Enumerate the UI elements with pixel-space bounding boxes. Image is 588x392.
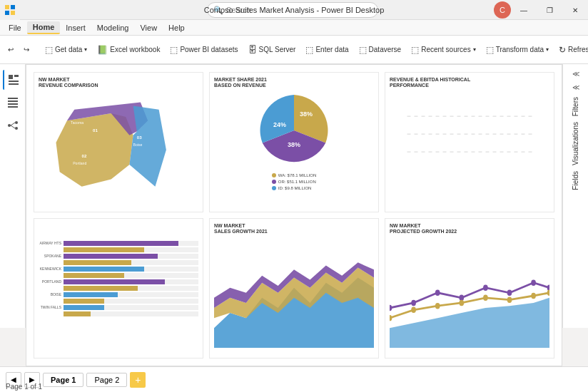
pie-title: MARKET SHARE 2021 BASED ON REVENUE (214, 77, 374, 89)
svg-rect-8 (8, 98, 18, 99)
filters-label[interactable]: Filters (572, 97, 579, 116)
pie-visual: 38% 38% 24% WA: $78.1 MILLION OR: $51.1 … (214, 91, 374, 202)
svg-rect-2 (5, 11, 9, 15)
page-2-tab[interactable]: Page 2 (86, 373, 127, 387)
ribbon-redo[interactable]: ↪ (20, 43, 33, 56)
refresh-icon: ↻ (559, 45, 566, 55)
menu-modeling[interactable]: Modeling (91, 22, 135, 33)
svg-rect-6 (9, 81, 19, 82)
sales-title: NW MARKET SALES GROWTH 2021 (214, 223, 374, 235)
map-chart[interactable]: NW MARKET REVENUE COMPARISON 01 Tacoma 0… (34, 72, 203, 212)
sales-growth-chart[interactable]: NW MARKET SALES GROWTH 2021 (209, 218, 379, 359)
lt-model-view[interactable] (3, 115, 23, 135)
transform-arrow: ▾ (546, 46, 549, 53)
bar-row-3b (39, 273, 198, 278)
ribbon-undo[interactable]: ↩ (4, 43, 17, 56)
ribbon-enter-data[interactable]: ⬚ Enter data (302, 43, 352, 57)
ribbon-sql[interactable]: 🗄 SQL Server (245, 43, 300, 57)
bar-row-2: SPOKANE (39, 254, 198, 259)
svg-point-46 (435, 303, 440, 309)
lt-data-view[interactable] (3, 93, 23, 113)
svg-text:38%: 38% (288, 141, 300, 148)
lt-report-view[interactable] (3, 70, 23, 90)
menu-bar: File Home Insert Modeling View Help (0, 20, 588, 36)
svg-point-38 (435, 289, 440, 295)
window-controls: — ❐ ✕ (511, 0, 588, 20)
page-status: Page 1 of 1 (6, 383, 42, 391)
pie-chart[interactable]: MARKET SHARE 2021 BASED ON REVENUE 38% 3… (209, 72, 379, 212)
svg-rect-11 (8, 106, 18, 108)
sales-visual (214, 237, 374, 349)
menu-help[interactable]: Help (163, 22, 191, 33)
bottom-bar: ◀ ▶ Page 1 Page 2 + Page 1 of 1 (0, 366, 588, 392)
pie-legend: WA: $78.1 MILLION OR: $51.1 MILLION ID: … (272, 172, 316, 192)
svg-point-37 (411, 299, 416, 305)
svg-point-13 (15, 121, 18, 124)
left-toolbar (0, 64, 26, 328)
map-visual: 01 Tacoma 02 Portland 03 Boise (39, 91, 198, 209)
bar-chart[interactable]: AIRWAY HTS SPOKANE KENNEWICK (34, 218, 203, 359)
svg-line-16 (11, 125, 15, 128)
svg-text:38%: 38% (300, 110, 313, 118)
main-canvas: NW MARKET REVENUE COMPARISON 01 Tacoma 0… (26, 64, 562, 366)
ribbon-transform[interactable]: ⬚ Transform data ▾ (482, 43, 552, 57)
svg-point-36 (390, 305, 392, 311)
svg-point-51 (547, 289, 549, 295)
ribbon-excel[interactable]: 📗 Excel workbook (93, 43, 163, 57)
app-icon (0, 0, 20, 20)
svg-point-48 (483, 294, 488, 300)
panel-collapse-arrow2[interactable]: ≪ (569, 81, 582, 94)
bar-row-6b (39, 311, 198, 316)
restore-button[interactable]: ❐ (537, 0, 562, 20)
user-avatar[interactable]: C (494, 1, 511, 19)
menu-view[interactable]: View (134, 22, 163, 33)
bar-row-4b (39, 286, 198, 291)
svg-text:Tacoma: Tacoma (71, 120, 83, 125)
enter-data-icon: ⬚ (305, 45, 313, 55)
close-button[interactable]: ✕ (562, 0, 588, 20)
ribbon-recent-sources[interactable]: ⬚ Recent sources ▾ (407, 43, 479, 57)
bar-row-1b (39, 247, 198, 252)
svg-rect-10 (8, 103, 18, 105)
revenue-chart[interactable]: REVENUE & EBITDA HISTORICAL PERFORMANCE (385, 72, 554, 212)
map-title: NW MARKET REVENUE COMPARISON (39, 77, 198, 89)
page-1-tab[interactable]: Page 1 (43, 373, 83, 387)
sql-icon: 🗄 (248, 45, 257, 55)
get-data-icon: ⬚ (45, 45, 53, 55)
bar-row-3: KENNEWICK (39, 267, 198, 272)
menu-file[interactable]: File (3, 22, 27, 33)
svg-rect-7 (9, 83, 19, 85)
projected-growth-chart[interactable]: NW MARKET PROJECTED GROWTH 2022 (385, 218, 554, 359)
svg-point-44 (390, 315, 392, 321)
transform-icon: ⬚ (486, 45, 494, 55)
svg-line-15 (11, 123, 15, 125)
svg-rect-5 (14, 75, 19, 77)
get-data-arrow: ▾ (84, 46, 87, 53)
ribbon-get-data[interactable]: ⬚ Get data ▾ (41, 43, 91, 57)
svg-point-42 (531, 279, 536, 285)
svg-point-41 (507, 289, 512, 295)
menu-insert[interactable]: Insert (60, 22, 91, 33)
ribbon-dataverse[interactable]: ⬚ Dataverse (355, 43, 405, 57)
visualizations-label[interactable]: Visualizations (572, 122, 579, 165)
bar-row-2b (39, 260, 198, 265)
bar-row-1: AIRWAY HTS (39, 241, 198, 246)
projected-visual (390, 237, 549, 349)
recent-icon: ⬚ (411, 45, 419, 55)
fields-label[interactable]: Fields (572, 171, 579, 190)
ribbon-refresh[interactable]: ↻ Refresh (555, 43, 588, 57)
svg-rect-0 (5, 5, 9, 9)
minimize-button[interactable]: — (511, 0, 537, 20)
svg-rect-1 (11, 5, 15, 9)
svg-rect-9 (8, 100, 18, 102)
svg-point-49 (507, 296, 512, 302)
bar-row-4: PORTLAND (39, 279, 198, 284)
svg-rect-4 (9, 75, 13, 79)
panel-collapse-arrow[interactable]: ≪ (569, 67, 582, 81)
menu-home[interactable]: Home (27, 21, 61, 34)
bar-row-6: TWIN FALLS (39, 305, 198, 310)
add-page-button[interactable]: + (130, 372, 146, 388)
svg-point-45 (411, 306, 416, 312)
ribbon-pbi-datasets[interactable]: ⬚ Power BI datasets (166, 43, 241, 57)
revenue-title: REVENUE & EBITDA HISTORICAL PERFORMANCE (390, 77, 549, 89)
